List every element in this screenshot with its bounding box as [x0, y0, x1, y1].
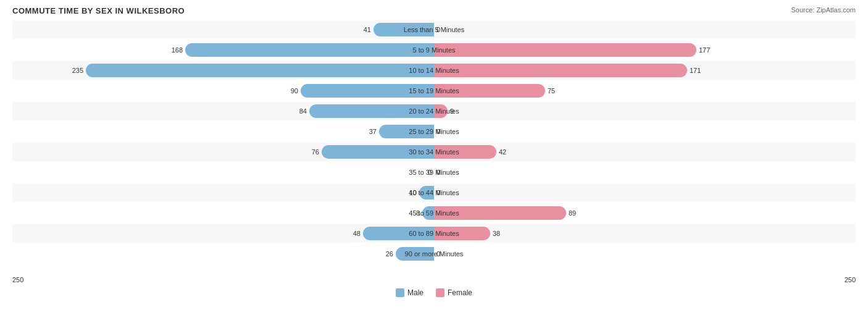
male-value: 37: [369, 128, 377, 135]
table-row: 1685 to 9 Minutes177: [12, 41, 856, 59]
source-text: Source: ZipAtlas.com: [791, 6, 856, 14]
male-value: 76: [312, 148, 319, 156]
table-row: 41Less than 5 Minutes0: [12, 20, 856, 39]
left-section: 90: [12, 82, 434, 100]
right-section: 177: [434, 41, 856, 59]
legend-male-label: Male: [407, 288, 424, 297]
right-section: 0: [434, 245, 856, 263]
left-section: 168: [12, 41, 434, 59]
bars-area: 41Less than 5 Minutes01685 to 9 Minutes1…: [12, 20, 856, 274]
right-section: 0: [434, 183, 856, 202]
female-value: 42: [499, 148, 506, 156]
table-row: 9015 to 19 Minutes75: [12, 82, 856, 100]
table-row: 2690 or more Minutes0: [12, 245, 856, 263]
table-row: 23510 to 14 Minutes171: [12, 61, 856, 80]
male-value: 48: [353, 230, 361, 237]
legend-female-box: [436, 288, 444, 297]
legend-male-box: [396, 288, 404, 297]
right-section: 171: [434, 61, 856, 80]
table-row: 1040 to 44 Minutes0: [12, 183, 856, 202]
left-section: 0: [12, 163, 434, 182]
male-value: 41: [364, 26, 371, 33]
female-value: 177: [699, 46, 710, 54]
chart-title: COMMUTE TIME BY SEX IN WILKESBORO: [12, 6, 856, 15]
legend: Male Female: [12, 288, 856, 297]
female-value: 89: [569, 209, 576, 217]
left-section: 37: [12, 122, 434, 141]
legend-male: Male: [396, 288, 424, 297]
row-label: 35 to 39 Minutes: [385, 169, 483, 176]
female-value: 171: [690, 67, 701, 74]
right-section: 42: [434, 143, 856, 161]
male-value: 168: [172, 46, 183, 54]
left-section: 10: [12, 183, 434, 202]
table-row: 8420 to 24 Minutes9: [12, 102, 856, 120]
left-section: 48: [12, 224, 434, 243]
right-section: 9: [434, 102, 856, 120]
female-value: 38: [493, 230, 500, 237]
right-section: 0: [434, 122, 856, 141]
row-label: 60 to 89 Minutes: [385, 230, 483, 237]
axis-left: 250: [12, 276, 23, 283]
legend-female: Female: [436, 288, 472, 297]
row-label: 10 to 14 Minutes: [385, 67, 483, 74]
left-section: 76: [12, 143, 434, 161]
table-row: 7630 to 34 Minutes42: [12, 143, 856, 161]
row-label: 20 to 24 Minutes: [385, 107, 483, 115]
row-label: 15 to 19 Minutes: [385, 87, 483, 94]
table-row: 035 to 39 Minutes0: [12, 163, 856, 182]
row-label: 30 to 34 Minutes: [385, 148, 483, 156]
row-label: 5 to 9 Minutes: [385, 46, 483, 54]
row-label: 25 to 29 Minutes: [385, 128, 483, 135]
row-label: 40 to 44 Minutes: [385, 189, 483, 196]
table-row: 845 to 59 Minutes89: [12, 204, 856, 222]
right-section: 38: [434, 224, 856, 243]
male-value: 84: [299, 107, 307, 115]
left-section: 84: [12, 102, 434, 120]
axis-labels: 250 250: [12, 276, 856, 283]
male-value: 235: [72, 67, 83, 74]
table-row: 4860 to 89 Minutes38: [12, 224, 856, 243]
left-section: 8: [12, 204, 434, 222]
male-bar: 235: [86, 64, 434, 77]
table-row: 3725 to 29 Minutes0: [12, 122, 856, 141]
axis-right: 250: [845, 276, 856, 283]
legend-female-label: Female: [448, 288, 472, 297]
right-section: 75: [434, 82, 856, 100]
right-section: 0: [434, 20, 856, 39]
right-section: 0: [434, 163, 856, 182]
female-value: 75: [548, 87, 555, 94]
row-label: 45 to 59 Minutes: [385, 209, 483, 217]
row-label: Less than 5 Minutes: [385, 26, 483, 33]
left-section: 235: [12, 61, 434, 80]
right-section: 89: [434, 204, 856, 222]
chart-container: COMMUTE TIME BY SEX IN WILKESBORO Source…: [0, 0, 868, 323]
row-label: 90 or more Minutes: [385, 250, 483, 258]
left-section: 26: [12, 245, 434, 263]
left-section: 41: [12, 20, 434, 39]
male-value: 90: [291, 87, 298, 94]
